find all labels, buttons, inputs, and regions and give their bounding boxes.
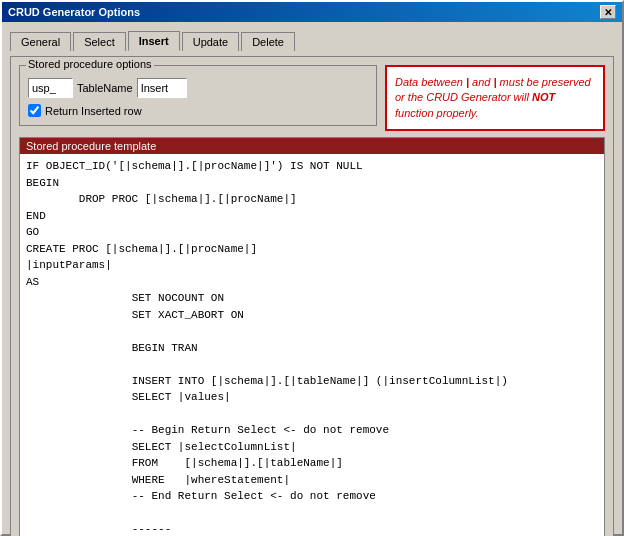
tablename-label: TableName (77, 82, 133, 94)
main-window: CRUD Generator Options ✕ General Select … (0, 0, 624, 536)
close-icon: ✕ (604, 7, 612, 18)
sp-options-row: Stored procedure options TableName Retur… (19, 65, 605, 131)
warning-box: Data between | and | must be preserved o… (385, 65, 605, 131)
window-content: General Select Insert Update Delete Stor… (2, 22, 622, 536)
return-inserted-label: Return Inserted row (45, 105, 142, 117)
title-bar: CRUD Generator Options ✕ (2, 2, 622, 22)
sp-suffix-input[interactable] (137, 78, 187, 98)
checkbox-row: Return Inserted row (28, 104, 368, 117)
tab-insert[interactable]: Insert (128, 31, 180, 51)
window-title: CRUD Generator Options (8, 6, 140, 18)
template-content[interactable]: IF OBJECT_ID('[|schema|].[|procName|]') … (20, 154, 604, 536)
sp-options-box: Stored procedure options TableName Retur… (19, 65, 377, 126)
close-button[interactable]: ✕ (600, 5, 616, 19)
template-header: Stored procedure template (20, 138, 604, 154)
sp-prefix-input[interactable] (28, 78, 73, 98)
template-box: Stored procedure template IF OBJECT_ID('… (19, 137, 605, 536)
tab-general[interactable]: General (10, 32, 71, 51)
tabs-row: General Select Insert Update Delete (10, 30, 614, 50)
sp-options-legend: Stored procedure options (26, 58, 154, 70)
sp-inputs-row: TableName (28, 78, 368, 98)
warning-text: Data between | and | must be preserved o… (395, 76, 591, 119)
return-inserted-checkbox[interactable] (28, 104, 41, 117)
tab-select[interactable]: Select (73, 32, 126, 51)
tab-delete[interactable]: Delete (241, 32, 295, 51)
tab-content: Stored procedure options TableName Retur… (10, 56, 614, 536)
tab-update[interactable]: Update (182, 32, 239, 51)
